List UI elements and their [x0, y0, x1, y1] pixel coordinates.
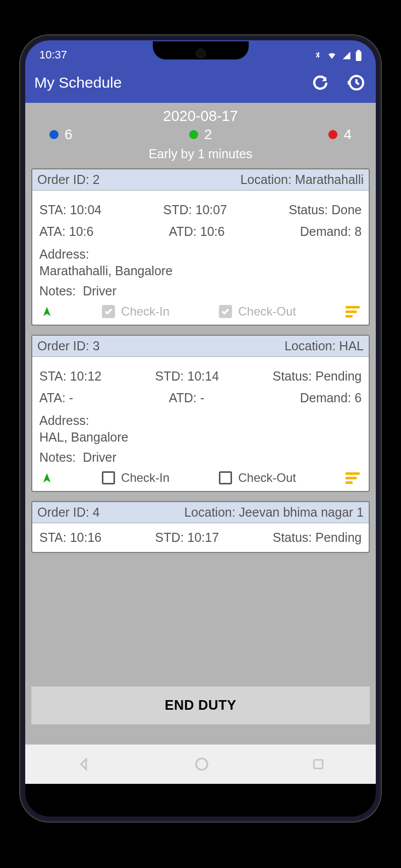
details-icon[interactable]: [346, 472, 360, 484]
order-notes: Notes: Driver: [39, 284, 362, 298]
checkbox-empty-icon: [219, 471, 232, 484]
order-list[interactable]: Order ID: 2 Location: Marathahalli STA: …: [25, 168, 376, 677]
order-card-header: Order ID: 2 Location: Marathahalli: [32, 169, 369, 191]
signal-icon: [341, 51, 352, 60]
battery-icon: [356, 50, 362, 61]
svg-point-3: [196, 759, 207, 770]
app-bar: My Schedule: [25, 63, 376, 103]
status-icons: [313, 49, 362, 61]
order-card[interactable]: Order ID: 2 Location: Marathahalli STA: …: [31, 168, 370, 326]
svg-rect-4: [314, 760, 322, 768]
summary-note: Early by 1 minutes: [25, 147, 376, 161]
recent-icon[interactable]: [312, 758, 325, 771]
end-duty-button[interactable]: END DUTY: [31, 687, 370, 724]
check-in-group[interactable]: Check-In: [102, 471, 169, 485]
wifi-icon: [326, 51, 337, 60]
bluetooth-icon: [313, 49, 322, 61]
check-out-group[interactable]: Check-Out: [219, 471, 296, 485]
order-notes: Notes: Driver: [39, 450, 362, 465]
checkbox-checked-icon: [219, 305, 232, 318]
dot-red-icon: [328, 130, 337, 139]
count-pending: 4: [328, 127, 352, 143]
order-card[interactable]: Order ID: 3 Location: HAL STA: 10:12 STD…: [31, 335, 370, 492]
order-card-header: Order ID: 4 Location: Jeevan bhima nagar…: [32, 502, 369, 523]
android-nav-bar: [25, 745, 376, 784]
order-card-header: Order ID: 3 Location: HAL: [32, 336, 369, 357]
details-icon[interactable]: [346, 306, 360, 318]
home-icon[interactable]: [194, 757, 209, 772]
checkbox-checked-icon: [102, 305, 115, 318]
dot-green-icon: [189, 130, 198, 139]
count-total: 6: [49, 127, 73, 143]
svg-rect-1: [357, 50, 360, 51]
history-icon[interactable]: [346, 73, 366, 93]
navigate-icon[interactable]: [41, 472, 52, 484]
order-address: Address: Marathahalli, Bangalore: [39, 246, 362, 279]
check-out-group[interactable]: Check-Out: [219, 304, 296, 319]
dot-blue-icon: [49, 130, 59, 139]
back-icon[interactable]: [77, 757, 92, 772]
count-done: 2: [189, 127, 212, 143]
navigate-icon[interactable]: [41, 305, 52, 318]
status-time: 10:37: [39, 48, 67, 61]
summary-bar: 2020-08-17 6 2 4 Early by 1 minutes: [25, 103, 376, 168]
page-title: My Schedule: [34, 74, 122, 91]
summary-date: 2020-08-17: [25, 108, 376, 125]
refresh-icon[interactable]: [311, 74, 329, 92]
checkbox-empty-icon: [102, 471, 115, 484]
order-address: Address: HAL, Bangalore: [39, 412, 362, 445]
order-card[interactable]: Order ID: 4 Location: Jeevan bhima nagar…: [31, 501, 370, 553]
check-in-group[interactable]: Check-In: [102, 304, 169, 319]
svg-rect-0: [356, 51, 362, 61]
